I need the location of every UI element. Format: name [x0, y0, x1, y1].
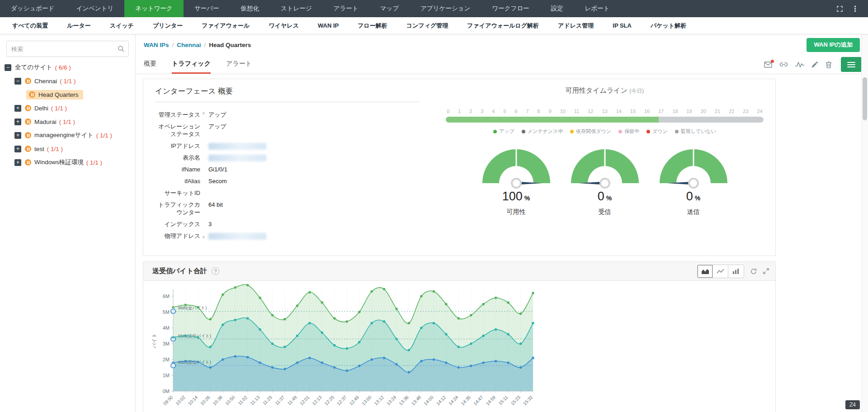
top-nav-item-10[interactable]: 設定 [540, 0, 574, 17]
edit-icon[interactable] [811, 61, 818, 68]
sub-nav-item-10[interactable]: アドレス管理 [548, 22, 603, 30]
link-icon[interactable] [779, 62, 788, 67]
collapse-icon[interactable]: − [14, 78, 21, 85]
sub-nav-item-7[interactable]: フロー解析 [348, 22, 397, 30]
gauge-hub [688, 178, 699, 189]
sparkline-icon[interactable] [795, 62, 804, 67]
search-input[interactable] [6, 41, 129, 57]
scrollbar-thumb[interactable] [863, 77, 867, 120]
sub-nav-item-6[interactable]: WAN IP [308, 22, 348, 29]
sub-nav-item-4[interactable]: ファイアウォール [192, 22, 259, 30]
field-label: IPアドレス [155, 142, 200, 150]
top-nav-item-6[interactable]: アラート [323, 0, 369, 17]
tree-site-1[interactable]: +Delhi( 1/1 ) [0, 101, 135, 115]
legend-dot [618, 130, 622, 133]
site-label: Chennai [34, 78, 57, 85]
top-nav-actions: ⋮ [827, 0, 868, 17]
tab-0[interactable]: 概要 [144, 55, 156, 74]
tree-site-5[interactable]: +Windows検証環境( 1/1 ) [0, 156, 135, 169]
field-value: 3 [208, 221, 212, 228]
svg-text:12:37: 12:37 [336, 394, 348, 406]
vertical-scrollbar[interactable] [861, 34, 868, 412]
collapse-icon[interactable]: − [5, 64, 11, 71]
scroll-up-icon[interactable]: ∧ [202, 111, 205, 115]
expand-icon[interactable]: + [14, 118, 21, 125]
hour-label: 1 [458, 109, 461, 114]
sub-nav-item-3[interactable]: プリンター [143, 22, 192, 30]
redacted-value [208, 155, 266, 161]
line-chart-icon[interactable] [713, 265, 728, 278]
expand-icon[interactable] [763, 268, 769, 274]
zoom-badge: Z4 [845, 400, 860, 409]
field-value: 64 bit [208, 201, 223, 217]
top-nav-item-8[interactable]: アプリケーション [410, 0, 481, 17]
field-value: Secom [208, 178, 226, 185]
refresh-icon[interactable] [750, 268, 757, 275]
tree-site-0[interactable]: −Chennai( 1/1 ) [0, 74, 135, 88]
svg-text:13:00: 13:00 [361, 394, 373, 406]
expand-icon[interactable]: + [14, 132, 21, 139]
tab-2[interactable]: アラート [226, 55, 252, 74]
bar-chart-icon[interactable] [728, 265, 744, 278]
sub-nav-item-5[interactable]: ワイヤレス [259, 22, 308, 30]
kebab-menu-icon[interactable]: ⋮ [851, 5, 859, 13]
breadcrumb-link[interactable]: Chennai [177, 42, 201, 48]
help-icon[interactable]: ? [212, 267, 219, 275]
svg-text:14:24: 14:24 [448, 394, 459, 406]
unread-dot [771, 60, 774, 63]
breadcrumb-link[interactable]: WAN IPs [144, 42, 169, 48]
gauge-unit: % [523, 194, 530, 202]
field-row: オペレーションステータスアップ [155, 123, 422, 138]
top-nav-item-11[interactable]: レポート [574, 0, 621, 17]
tree-site-4[interactable]: +test( 1/1 ) [0, 142, 135, 156]
email-icon[interactable] [764, 62, 772, 68]
hour-label: 9 [549, 109, 552, 114]
tree-site-2[interactable]: +Madurai( 1/1 ) [0, 115, 135, 128]
delete-icon[interactable] [826, 61, 832, 68]
scroll-down-icon[interactable]: ∨ [202, 235, 205, 239]
availability-section: 可用性タイムライン (今日) 0123456789101112131415161… [434, 79, 775, 256]
expand-icon[interactable]: + [14, 159, 21, 166]
top-nav-item-7[interactable]: マップ [369, 0, 410, 17]
svg-text:11:49: 11:49 [287, 394, 298, 406]
top-nav-item-9[interactable]: ワークフロー [481, 0, 540, 17]
svg-text:12:25: 12:25 [324, 394, 335, 406]
area-chart-icon[interactable] [698, 265, 713, 278]
sub-nav-item-0[interactable]: すべての装置 [3, 22, 57, 30]
expand-icon[interactable]: + [14, 146, 21, 152]
hour-label: 24 [757, 109, 763, 114]
sub-nav-item-1[interactable]: ルーター [57, 22, 100, 30]
sub-nav-item-11[interactable]: IP SLA [603, 22, 641, 29]
hamburger-menu-button[interactable] [841, 57, 862, 72]
site-count: ( 1/1 ) [59, 118, 75, 125]
site-count: ( 1/1 ) [86, 159, 102, 166]
field-label: トラフィックカウンター [155, 201, 200, 217]
hour-label: 10 [560, 109, 566, 114]
hour-label: 17 [658, 109, 664, 114]
field-value [208, 232, 266, 240]
legend-label: 監視していない [681, 128, 716, 135]
tree-child-0[interactable]: Head Quarters [0, 88, 135, 101]
top-nav-item-1[interactable]: インベントリ [65, 0, 124, 17]
top-nav-item-3[interactable]: サーバー [184, 0, 230, 17]
fullscreen-icon[interactable] [836, 5, 843, 12]
field-row: 物理アドレス [155, 232, 422, 240]
sub-nav-item-12[interactable]: パケット解析 [641, 22, 696, 30]
expand-icon[interactable]: + [14, 105, 21, 112]
search-icon[interactable] [118, 45, 124, 52]
top-nav-item-5[interactable]: ストレージ [270, 0, 323, 17]
add-wanip-button[interactable]: WAN IPの追加 [807, 38, 860, 52]
sub-nav-item-8[interactable]: コンフィグ管理 [397, 22, 458, 30]
tab-1[interactable]: トラフィック [172, 55, 211, 74]
tree-root[interactable]: −全てのサイト( 6/6 ) [0, 61, 135, 74]
gauge-label: 受信 [569, 208, 641, 216]
sub-nav-item-2[interactable]: スイッチ [100, 22, 143, 30]
svg-text:1M: 1M [163, 373, 170, 378]
tree-site-3[interactable]: +manageengineサイト( 1/1 ) [0, 128, 135, 142]
sub-nav-item-9[interactable]: ファイアウォールログ解析 [458, 22, 548, 30]
top-nav-item-2[interactable]: ネットワーク [124, 0, 184, 17]
field-label: インデックス [155, 221, 200, 228]
top-nav-item-0[interactable]: ダッシュボード [0, 0, 65, 17]
field-row: 管理ステータスアップ [155, 111, 422, 119]
top-nav-item-4[interactable]: 仮想化 [230, 0, 270, 17]
